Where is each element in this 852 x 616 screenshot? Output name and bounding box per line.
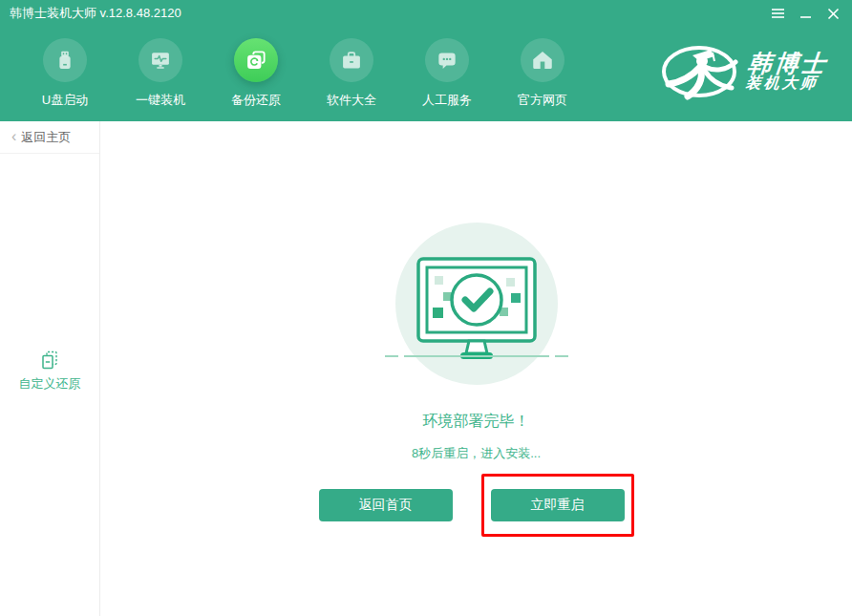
window-title: 韩博士装机大师 v.12.8.48.2120 xyxy=(10,5,181,22)
sidebar-item-custom-restore[interactable]: 自定义还原 xyxy=(0,349,99,393)
sidebar-item-label: 自定义还原 xyxy=(19,375,81,393)
brand-logo-emblem xyxy=(661,42,741,101)
nav-item-software-collection[interactable]: 软件大全 xyxy=(304,27,399,109)
monitor-pulse-icon xyxy=(138,38,182,82)
home-icon xyxy=(521,38,564,82)
nav-item-usb-boot[interactable]: U盘启动 xyxy=(17,27,113,109)
back-to-home-label: 返回主页 xyxy=(21,129,71,146)
hamburger-icon xyxy=(771,8,785,19)
nav-label: 软件大全 xyxy=(327,92,376,109)
menu-button[interactable] xyxy=(768,4,787,23)
nav-label: U盘启动 xyxy=(42,92,88,109)
nav-item-one-click-install[interactable]: 一键装机 xyxy=(113,27,208,109)
restart-now-button[interactable]: 立即重启 xyxy=(491,489,625,521)
restore-files-icon xyxy=(38,349,61,372)
brand-logo: 韩博士 装机大师 xyxy=(661,42,827,101)
main-panel: 环境部署完毕！ 8秒后重启，进入安装... 返回首页 立即重启 xyxy=(100,121,852,616)
app-window: 韩博士装机大师 v.12.8.48.2120 xyxy=(0,0,852,616)
nav-label: 一键装机 xyxy=(136,92,185,109)
nav-label: 官方网页 xyxy=(518,92,567,109)
titlebar: 韩博士装机大师 v.12.8.48.2120 xyxy=(0,0,852,27)
sidebar: ‹ 返回主页 自定义还原 xyxy=(0,121,100,616)
nav-item-official-website[interactable]: 官方网页 xyxy=(495,27,590,109)
deployment-complete-illustration xyxy=(372,213,582,404)
brand-name-line2: 装机大师 xyxy=(745,76,827,93)
backup-restore-icon xyxy=(234,38,278,82)
content-area: ‹ 返回主页 自定义还原 xyxy=(0,121,852,616)
back-to-home-page-button[interactable]: 返回首页 xyxy=(319,489,453,521)
minimize-button[interactable] xyxy=(796,4,815,23)
status-title: 环境部署完毕！ xyxy=(423,412,530,432)
nav-label: 人工服务 xyxy=(422,92,472,109)
nav-item-live-support[interactable]: 人工服务 xyxy=(399,27,495,109)
window-controls xyxy=(768,4,842,23)
nav-item-backup-restore[interactable]: 备份还原 xyxy=(208,27,304,109)
minimize-icon xyxy=(799,8,812,19)
chevron-left-icon: ‹ xyxy=(11,129,16,144)
red-highlight-annotation: 立即重启 xyxy=(481,474,634,537)
close-button[interactable] xyxy=(823,4,842,23)
action-buttons: 返回首页 立即重启 xyxy=(319,474,634,537)
brand-name-line1: 韩博士 xyxy=(747,51,830,75)
nav-label: 备份还原 xyxy=(231,92,281,109)
brand-logo-text: 韩博士 装机大师 xyxy=(745,51,830,92)
main-nav: U盘启动 一键装机 备份还原 xyxy=(0,27,852,121)
back-to-home-button[interactable]: ‹ 返回主页 xyxy=(0,121,99,154)
countdown-message: 8秒后重启，进入安装... xyxy=(412,445,541,462)
briefcase-icon xyxy=(330,38,373,82)
chat-bubble-icon xyxy=(425,38,469,82)
close-icon xyxy=(827,8,840,20)
usb-drive-icon xyxy=(43,38,87,82)
